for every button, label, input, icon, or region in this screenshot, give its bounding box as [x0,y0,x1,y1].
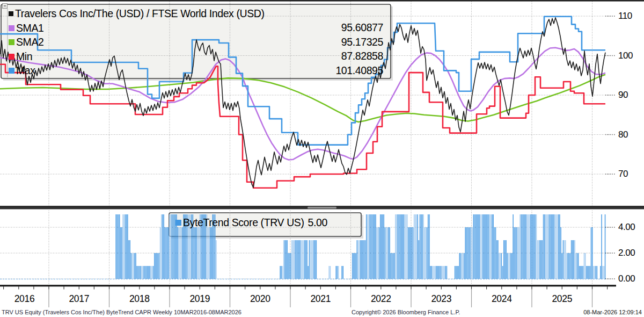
y-axis-label-main-100: 100 [618,51,633,61]
x-axis-year-label-2019: 2019 [181,293,218,305]
y-axis-label-main-110: 110 [618,11,632,21]
panel-divider-handle-icon[interactable] [308,207,336,208]
x-axis-year-label-2018: 2018 [121,293,158,305]
chart-title: Travelers Cos Inc/The (USD) / FTSE World… [15,8,265,20]
legend-row-sma2[interactable]: SMA2 [9,36,44,49]
y-axis-label-sub-4.00: 4.00 [618,222,635,233]
footer-copyright: Copyright© 2026 Bloomberg Finance L.P. [352,309,460,315]
legend-value-min: 87.82858 [341,50,383,62]
footer-bar: TRV US Equity (Travelers Cos Inc/The) By… [0,308,644,317]
price-series-chip-icon [9,11,13,16]
x-axis-year-label-2025: 2025 [543,293,581,305]
y-axis-label-sub-0.00: 0.00 [618,273,635,284]
legend-row-sma1[interactable]: SMA1 [9,21,44,34]
legend-value-sma1: 95.60877 [341,21,383,34]
x-axis-line [0,285,616,286]
footer-security-info: TRV US Equity (Travelers Cos Inc/The) By… [2,309,241,315]
legend-row-min[interactable]: Min [9,50,32,63]
x-axis-year-label-2020: 2020 [241,293,279,305]
y-axis-label-sub-2.00: 2.00 [618,248,635,258]
footer-timestamp: 08-Mar-2026 12:09:14 [583,309,642,315]
x-axis-year-label-2021: 2021 [302,293,339,305]
sma2-series-chip-icon [9,39,14,45]
legend-row-max[interactable]: Max [9,64,35,77]
bloomberg-chart-window: Travelers Cos Inc/The (USD) / FTSE World… [0,0,644,317]
y-axis-label-main-90: 90 [618,90,628,100]
x-axis-year-label-2022: 2022 [362,293,400,305]
legend-label: Max [16,64,35,77]
x-axis-year-label-2024: 2024 [483,293,521,305]
legend-value-max: 101.40895 [335,64,383,77]
top-border [0,0,644,2]
legend-collapse-icon[interactable] [2,3,8,9]
x-axis-year-label-2016: 2016 [6,293,43,305]
y-axis-label-main-70: 70 [618,169,628,179]
legend-row-title: Travelers Cos Inc/The (USD) / FTSE World… [9,7,265,20]
min-series-chip-icon [9,54,14,60]
max-series-chip-icon [9,68,14,74]
legend-value-sma2: 95.17325 [341,36,383,48]
bytetrend-legend-value: 5.00 [308,217,327,229]
legend-label: SMA1 [16,22,44,34]
sma1-series-chip-icon [9,25,14,31]
y-axis-label-main-80: 80 [618,129,628,140]
legend-label: SMA2 [16,36,44,48]
bytetrend-legend[interactable]: ByteTrend Score (TRV US) 5.00 [175,217,327,229]
legend-label: Min [16,51,32,63]
chart-canvas[interactable] [0,0,644,317]
bytetrend-series-chip-icon [175,220,181,226]
bytetrend-legend-label: ByteTrend Score (TRV US) [183,217,304,229]
x-axis-year-label-2023: 2023 [422,293,460,305]
x-axis-year-label-2017: 2017 [60,293,98,305]
